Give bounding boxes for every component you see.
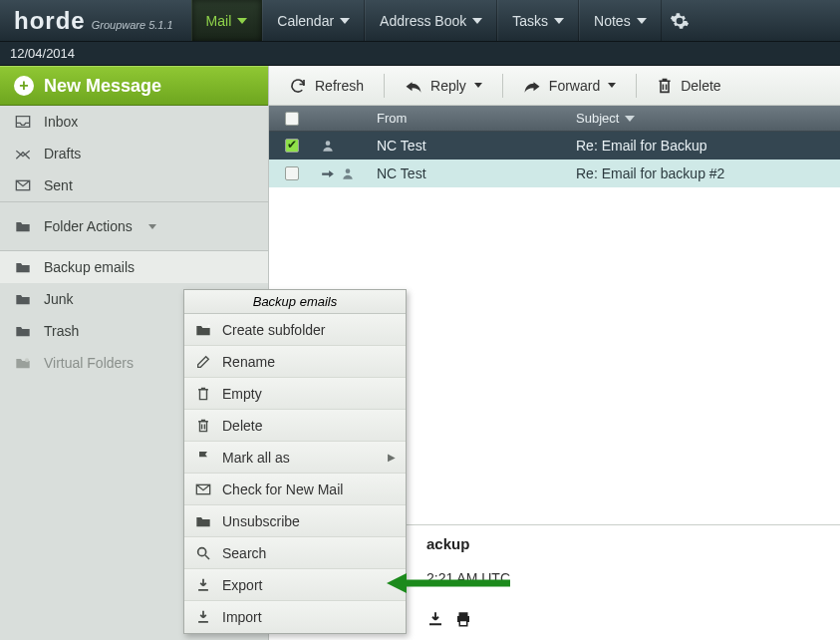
person-icon [321,139,335,153]
date-text: 12/04/2014 [10,46,75,61]
top-menu: Mail Calendar Address Book Tasks Notes [191,0,662,41]
row-from: NC Test [371,165,570,181]
ctx-import[interactable]: Import [184,601,406,633]
delete-button[interactable]: Delete [643,66,734,105]
toolbar-divider [384,74,385,98]
folder-icon [14,260,32,274]
date-bar: 12/04/2014 [0,42,840,66]
nav-mail[interactable]: Mail [191,0,263,41]
search-icon [194,545,212,561]
ctx-mark-all[interactable]: Mark all as ▶ [184,442,406,474]
brand-tagline: Groupware 5.1.1 [92,19,173,31]
folder-actions-group: Folder Actions [0,202,268,251]
top-nav: horde Groupware 5.1.1 Mail Calendar Addr… [0,0,840,42]
mailbox-group: Inbox Drafts Sent [0,106,268,202]
person-icon [341,166,355,180]
nav-tasks[interactable]: Tasks [497,0,579,41]
sidebar-item-label: Junk [44,291,74,307]
reply-arrow-icon [321,167,335,179]
row-subject: Re: Email for Backup [570,138,840,154]
row-checkbox[interactable] [269,139,315,153]
vfolder-icon [14,356,32,370]
ctx-search[interactable]: Search [184,537,406,569]
row-from: NC Test [371,138,570,154]
nav-calendar[interactable]: Calendar [262,0,365,41]
ctx-label: Delete [222,418,262,434]
download-icon [194,609,212,625]
nav-label: Address Book [380,13,466,29]
submenu-arrow-icon: ▶ [388,452,396,463]
svg-point-1 [25,358,29,362]
sidebar-sent[interactable]: Sent [0,169,268,201]
folder-icon [14,324,32,338]
nav-label: Notes [594,13,631,29]
ctx-label: Import [222,609,262,625]
nav-addressbook[interactable]: Address Book [365,0,497,41]
ctx-rename[interactable]: Rename [184,346,406,378]
refresh-button[interactable]: Refresh [275,66,378,105]
ctx-unsubscribe[interactable]: Unsubscribe [184,505,406,537]
inbox-icon [14,115,32,129]
sidebar-drafts[interactable]: Drafts [0,138,268,169]
preview-tools [426,610,826,628]
message-row[interactable]: NC Test Re: Email for Backup [269,132,840,160]
row-flags [315,139,371,153]
svg-rect-4 [459,612,468,616]
ctx-label: Rename [222,354,275,370]
folder-actions[interactable]: Folder Actions [0,202,268,250]
chevron-down-icon [637,18,647,24]
message-row[interactable]: NC Test Re: Email for backup #2 [269,160,840,187]
svg-rect-6 [459,621,467,626]
nav-label: Mail [206,13,232,29]
ctx-label: Search [222,545,266,561]
plus-icon: + [14,76,34,96]
chevron-down-icon [625,116,635,122]
ctx-delete[interactable]: Delete [184,410,406,442]
reply-button[interactable]: Reply [391,66,496,105]
row-checkbox[interactable] [269,166,315,180]
ctx-create-subfolder[interactable]: + Create subfolder [184,314,406,346]
toolbar-divider [636,74,637,98]
ctx-check-mail[interactable]: Check for New Mail [184,474,406,505]
nav-label: Tasks [512,13,548,29]
folder-context-menu: Backup emails + Create subfolder Rename … [183,289,407,634]
nav-notes[interactable]: Notes [579,0,662,41]
sidebar-item-label: Trash [44,323,79,339]
svg-point-9 [198,547,206,555]
ctx-label: Empty [222,386,262,402]
context-menu-title: Backup emails [184,290,406,314]
ctx-export[interactable]: Export [184,569,406,601]
ctx-label: Export [222,577,262,593]
forward-button[interactable]: Forward [509,66,630,105]
sidebar-item-label: Sent [44,177,73,193]
download-icon[interactable] [426,610,444,628]
chevron-down-icon [472,18,482,24]
drafts-icon [14,147,32,160]
sidebar-folder-backup[interactable]: Backup emails [0,251,268,283]
row-flags [315,166,371,180]
delete-label: Delete [681,78,720,94]
new-message-button[interactable]: + New Message [0,66,268,106]
app-logo: horde Groupware 5.1.1 [14,7,173,35]
toolbar-divider [502,74,503,98]
print-icon[interactable] [454,610,472,628]
sidebar-item-label: Backup emails [44,259,135,275]
settings-gear-icon[interactable] [670,11,690,31]
sidebar-inbox[interactable]: Inbox [0,106,268,138]
folder-icon [14,292,32,306]
chevron-down-icon [608,83,616,88]
folder-actions-label: Folder Actions [44,218,133,234]
preview-subject: ackup [426,535,826,552]
sent-icon [14,178,32,192]
edit-icon [194,354,212,370]
folder-icon [14,219,32,233]
sidebar-item-label: Inbox [44,114,78,130]
header-checkbox[interactable] [269,112,315,126]
header-subject[interactable]: Subject [570,111,840,126]
brand-text: horde [14,7,86,35]
mail-toolbar: Refresh Reply Forward Delete [269,66,840,106]
folder-icon [194,514,212,528]
ctx-empty[interactable]: Empty [184,378,406,410]
header-from[interactable]: From [371,111,570,126]
download-icon [194,577,212,593]
